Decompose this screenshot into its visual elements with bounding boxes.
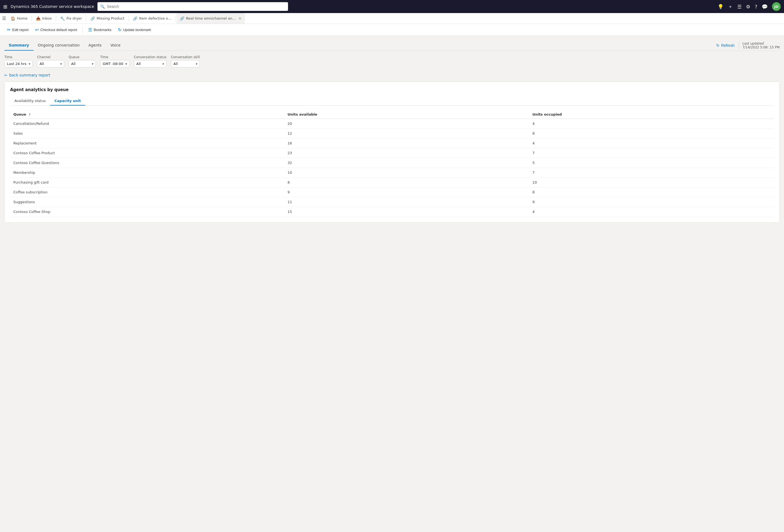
- main-content: Summary Ongoing conversation Agents Voic…: [0, 36, 784, 532]
- home-tab-icon: 🏠: [10, 16, 15, 21]
- tab-fix-dryer[interactable]: 🔧 Fix dryer: [57, 13, 85, 24]
- tab-divider-4: [129, 16, 129, 21]
- cell-units-available: 9: [284, 187, 529, 197]
- filter-conv-status-label: Conversation status: [134, 55, 167, 59]
- cell-units-occupied: 5: [529, 158, 774, 168]
- filter-channel-select[interactable]: All ▾: [37, 60, 64, 67]
- update-bookmark-label: Update bookmark: [123, 28, 151, 32]
- search-input[interactable]: [107, 4, 285, 9]
- cell-units-occupied: 8: [529, 129, 774, 139]
- tab-bar: ☰ 🏠 Home 📥 Inbox 🔧 Fix dryer 🔗 Missing P…: [0, 13, 784, 24]
- cell-queue: Cancellation/Refund: [10, 119, 284, 129]
- tab-item-defective-label: Item defective o...: [139, 16, 171, 21]
- avatar[interactable]: JD: [772, 2, 781, 11]
- menu-icon[interactable]: ☰: [737, 4, 741, 9]
- checkout-default-button[interactable]: ↩ Checkout default report: [32, 26, 80, 34]
- cell-units-available: 20: [284, 119, 529, 129]
- filter-time-select[interactable]: Last 24 hrs ▾: [4, 60, 33, 67]
- tab-home[interactable]: 🏠 Home: [8, 13, 30, 24]
- filter-channel-label: Channel: [37, 55, 64, 59]
- cell-queue: Contoso Coffee Shop: [10, 207, 284, 217]
- tab-inbox[interactable]: 📥 Inbox: [33, 13, 55, 24]
- tab-realtime-label: Real time omnichannel an...: [186, 16, 235, 21]
- item-defective-tab-icon: 🔗: [133, 16, 138, 21]
- filter-time2-label: Time: [100, 55, 130, 59]
- edit-report-label: Edit report: [12, 28, 29, 32]
- back-link[interactable]: ← back summary report: [4, 73, 780, 77]
- filter-channel: Channel All ▾: [37, 55, 64, 67]
- filter-conv-skill-chevron: ▾: [196, 62, 197, 66]
- edit-report-button[interactable]: ✏ Edit report: [4, 26, 31, 34]
- inner-tabs: Availability status Capacity unit: [10, 96, 774, 106]
- cell-units-occupied: 9: [529, 197, 774, 207]
- filter-conv-status-chevron: ▾: [163, 62, 164, 66]
- table-row: Sales 12 8: [10, 129, 774, 139]
- bookmarks-button[interactable]: ☰ Bookmarks: [85, 26, 114, 34]
- tab-close-icon[interactable]: ✕: [239, 16, 242, 21]
- table-row: Contoso Coffee Shop 15 4: [10, 207, 774, 217]
- add-icon[interactable]: ＋: [728, 3, 733, 10]
- col-header-queue[interactable]: Queue ↑: [10, 110, 284, 119]
- refresh-label: Refresh: [721, 43, 734, 48]
- filter-queue-value: All: [71, 62, 76, 66]
- toolbar: ✏ Edit report ↩ Checkout default report …: [0, 24, 784, 36]
- realtime-tab-icon: 🔗: [180, 16, 184, 21]
- subnav-agents[interactable]: Agents: [84, 40, 106, 51]
- cell-units-occupied: 7: [529, 148, 774, 158]
- filter-conv-skill-select[interactable]: All ▾: [171, 60, 200, 67]
- subnav-summary[interactable]: Summary: [4, 40, 33, 51]
- search-box[interactable]: 🔍: [97, 2, 288, 11]
- back-link-label: back summary report: [9, 73, 50, 77]
- subnav-voice[interactable]: Voice: [106, 40, 125, 51]
- refresh-icon: ↻: [716, 43, 720, 48]
- update-bookmark-button[interactable]: ↻ Update bookmark: [115, 26, 154, 34]
- cell-units-occupied: 4: [529, 139, 774, 148]
- tab-missing-product[interactable]: 🔗 Missing Product: [87, 13, 128, 24]
- filter-channel-value: All: [39, 62, 44, 66]
- cell-units-available: 16: [284, 139, 529, 148]
- app-grid-icon[interactable]: ⊞: [3, 4, 7, 9]
- cell-units-available: 12: [284, 129, 529, 139]
- cell-queue: Contoso Coffee Product: [10, 148, 284, 158]
- cell-queue: Coffee subscription: [10, 187, 284, 197]
- cell-queue: Sales: [10, 129, 284, 139]
- tab-realtime[interactable]: 🔗 Real time omnichannel an... ✕: [177, 13, 245, 24]
- inner-tab-availability[interactable]: Availability status: [10, 96, 50, 106]
- table-row: Replacement 16 4: [10, 139, 774, 148]
- top-navigation: ⊞ Dynamics 365 Customer service workspac…: [0, 0, 784, 13]
- filter-time2-select[interactable]: GMT -08:00 ▾: [100, 60, 130, 67]
- refresh-button[interactable]: ↻ Refresh: [714, 42, 737, 49]
- cell-units-available: 10: [284, 168, 529, 178]
- chat-icon[interactable]: 💬: [762, 4, 768, 9]
- checkout-default-label: Checkout default report: [40, 28, 77, 32]
- fix-dryer-tab-icon: 🔧: [60, 16, 65, 21]
- settings-icon[interactable]: ⚙: [746, 4, 750, 9]
- cell-units-occupied: 8: [529, 187, 774, 197]
- sub-navigation: Summary Ongoing conversation Agents Voic…: [4, 40, 780, 51]
- inner-tab-capacity[interactable]: Capacity unit: [50, 96, 85, 106]
- tab-missing-product-label: Missing Product: [96, 16, 124, 21]
- tab-inbox-label: Inbox: [42, 16, 52, 21]
- col-header-units-available: Units available: [284, 110, 529, 119]
- cell-queue: Contoso Coffee Questions: [10, 158, 284, 168]
- filter-row: Time Last 24 hrs ▾ Channel All ▾ Queue A…: [4, 55, 780, 67]
- subnav-ongoing[interactable]: Ongoing conversation: [33, 40, 84, 51]
- lightbulb-icon[interactable]: 💡: [718, 4, 724, 9]
- tab-item-defective[interactable]: 🔗 Item defective o...: [130, 13, 174, 24]
- filter-queue-select[interactable]: All ▾: [68, 60, 96, 67]
- cell-units-occupied: 4: [529, 119, 774, 129]
- filter-conv-status-select[interactable]: All ▾: [134, 60, 167, 67]
- filter-conv-skill-value: All: [173, 62, 178, 66]
- filter-queue: Queue All ▾: [68, 55, 96, 67]
- hamburger-icon[interactable]: ☰: [2, 16, 6, 21]
- help-icon[interactable]: ?: [755, 4, 757, 9]
- filter-conv-skill: Conversation skill All ▾: [171, 55, 200, 67]
- app-brand: Dynamics 365 Customer service workspace: [10, 4, 94, 9]
- capacity-table: Queue ↑ Units available Units occupied C…: [10, 110, 774, 217]
- tab-fix-dryer-label: Fix dryer: [66, 16, 82, 21]
- filter-conv-status-value: All: [136, 62, 141, 66]
- cell-units-occupied: 7: [529, 168, 774, 178]
- table-header: Queue ↑ Units available Units occupied: [10, 110, 774, 119]
- filter-queue-chevron: ▾: [92, 62, 93, 66]
- tab-home-label: Home: [17, 16, 27, 21]
